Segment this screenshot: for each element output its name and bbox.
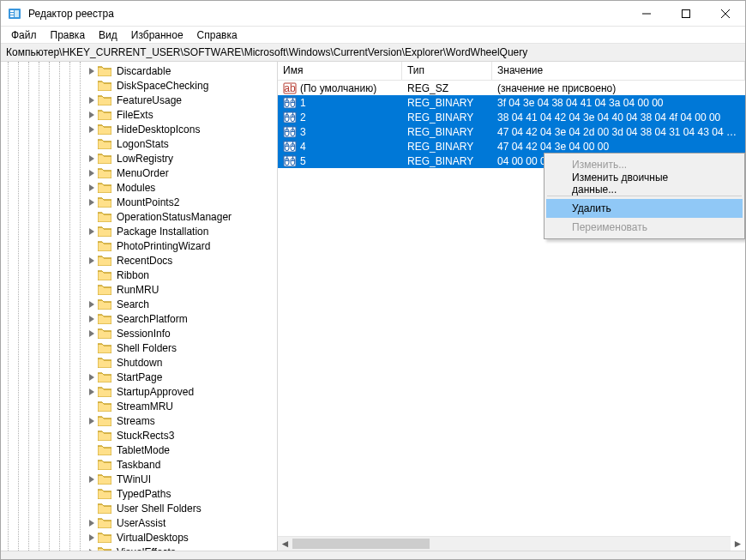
tree-item[interactable]: SearchPlatform [1, 311, 277, 326]
tree-item[interactable]: Shutdown [1, 355, 277, 370]
expand-icon[interactable] [87, 212, 97, 222]
tree-item[interactable]: HideDesktopIcons [1, 122, 277, 136]
tree-item[interactable]: TWinUI [1, 472, 277, 486]
expand-icon[interactable] [87, 489, 97, 499]
tree-item-label: StuckRects3 [115, 430, 176, 442]
tree-item[interactable]: Package Installation [1, 224, 277, 238]
folder-icon [98, 269, 111, 280]
tree-item[interactable]: Discardable [1, 63, 277, 78]
tree-item[interactable]: FeatureUsage [1, 93, 277, 107]
tree-item[interactable]: DiskSpaceChecking [1, 78, 277, 93]
list-row[interactable]: 011010014REG_BINARY47 04 42 04 3e 04 00 … [278, 139, 745, 154]
list-row[interactable]: 011010011REG_BINARY3f 04 3e 04 38 04 41 … [278, 95, 745, 110]
tree-item[interactable]: TabletMode [1, 443, 277, 457]
col-type[interactable]: Тип [402, 62, 492, 80]
expand-icon[interactable] [87, 183, 97, 193]
scroll-right-icon[interactable]: ► [731, 537, 745, 551]
tree-item[interactable]: LogonStats [1, 136, 277, 151]
expand-icon[interactable] [87, 474, 97, 485]
expand-icon[interactable] [87, 328, 97, 339]
tree-item[interactable]: VirtualDesktops [1, 530, 277, 545]
expand-icon[interactable] [87, 124, 97, 135]
tree-item[interactable]: StreamMRU [1, 399, 277, 413]
list-row[interactable]: ab(По умолчанию)REG_SZ(значение не присв… [278, 81, 745, 95]
expand-icon[interactable] [87, 460, 97, 470]
expand-icon[interactable] [87, 358, 97, 368]
menu-edit[interactable]: Правка [44, 27, 93, 43]
expand-icon[interactable] [87, 401, 97, 412]
tree-item[interactable]: MountPoints2 [1, 195, 277, 209]
tree-item[interactable]: Streams [1, 413, 277, 428]
tree-item[interactable]: Taskband [1, 457, 277, 472]
tree-item[interactable]: RunMRU [1, 282, 277, 297]
tree-item[interactable]: User Shell Folders [1, 501, 277, 515]
menu-help[interactable]: Справка [190, 27, 244, 43]
expand-icon[interactable] [87, 66, 97, 76]
tree-item[interactable]: StuckRects3 [1, 428, 277, 443]
tree-item-label: OperationStatusManager [115, 211, 233, 223]
expand-icon[interactable] [87, 416, 97, 426]
expand-icon[interactable] [87, 197, 97, 208]
list-row[interactable]: 011010013REG_BINARY47 04 42 04 3e 04 2d … [278, 124, 745, 139]
address-bar[interactable]: Компьютер\HKEY_CURRENT_USER\SOFTWARE\Mic… [1, 44, 745, 62]
folder-icon [98, 196, 111, 208]
tree-item[interactable]: MenuOrder [1, 166, 277, 180]
expand-icon[interactable] [87, 226, 97, 237]
minimize-button[interactable] [627, 1, 666, 27]
col-value[interactable]: Значение [492, 62, 745, 80]
expand-icon[interactable] [87, 270, 97, 280]
expand-icon[interactable] [87, 256, 97, 266]
expand-icon[interactable] [87, 445, 97, 455]
tree-item[interactable]: Search [1, 297, 277, 311]
expand-icon[interactable] [87, 547, 97, 551]
horizontal-scrollbar[interactable]: ◄ ► [278, 536, 731, 551]
tree-item[interactable]: FileExts [1, 107, 277, 122]
tree-item[interactable]: StartPage [1, 370, 277, 384]
expand-icon[interactable] [87, 299, 97, 310]
scroll-thumb[interactable] [292, 539, 430, 549]
tree-item[interactable]: StartupApproved [1, 384, 277, 399]
folder-icon [98, 153, 111, 164]
scroll-left-icon[interactable]: ◄ [278, 537, 292, 551]
list-row[interactable]: 011010012REG_BINARY38 04 41 04 42 04 3e … [278, 110, 745, 124]
expand-icon[interactable] [87, 518, 97, 528]
values-list[interactable]: Имя Тип Значение ab(По умолчанию)REG_SZ(… [278, 62, 745, 551]
context-menu-item[interactable]: Удалить [546, 199, 743, 218]
menu-file[interactable]: Файл [4, 27, 44, 43]
expand-icon[interactable] [87, 503, 97, 514]
expand-icon[interactable] [87, 154, 97, 164]
expand-icon[interactable] [87, 285, 97, 295]
tree-item[interactable]: RecentDocs [1, 253, 277, 268]
expand-icon[interactable] [87, 81, 97, 91]
col-name[interactable]: Имя [278, 62, 402, 80]
tree-item[interactable]: LowRegistry [1, 151, 277, 166]
tree-item[interactable]: VisualEffects [1, 545, 277, 551]
expand-icon[interactable] [87, 241, 97, 251]
tree-item[interactable]: Shell Folders [1, 340, 277, 355]
expand-icon[interactable] [87, 431, 97, 441]
expand-icon[interactable] [87, 110, 97, 120]
expand-icon[interactable] [87, 139, 97, 149]
expand-icon[interactable] [87, 372, 97, 382]
tree-item[interactable]: UserAssist [1, 515, 277, 530]
context-menu-item[interactable]: Изменить двоичные данные... [546, 174, 743, 193]
tree-item[interactable]: OperationStatusManager [1, 209, 277, 224]
tree-item[interactable]: Modules [1, 180, 277, 195]
app-icon [8, 7, 21, 21]
maximize-button[interactable] [666, 1, 706, 27]
list-header[interactable]: Имя Тип Значение [278, 62, 745, 81]
tree-item[interactable]: Ribbon [1, 268, 277, 282]
expand-icon[interactable] [87, 95, 97, 105]
menu-favorites[interactable]: Избранное [124, 27, 190, 43]
expand-icon[interactable] [87, 533, 97, 543]
close-button[interactable] [706, 1, 745, 27]
expand-icon[interactable] [87, 343, 97, 353]
expand-icon[interactable] [87, 387, 97, 397]
tree-item[interactable]: PhotoPrintingWizard [1, 238, 277, 253]
tree-item[interactable]: TypedPaths [1, 486, 277, 501]
expand-icon[interactable] [87, 168, 97, 178]
menu-view[interactable]: Вид [92, 27, 124, 43]
expand-icon[interactable] [87, 314, 97, 324]
registry-tree[interactable]: DiscardableDiskSpaceCheckingFeatureUsage… [1, 62, 277, 551]
tree-item[interactable]: SessionInfo [1, 326, 277, 340]
